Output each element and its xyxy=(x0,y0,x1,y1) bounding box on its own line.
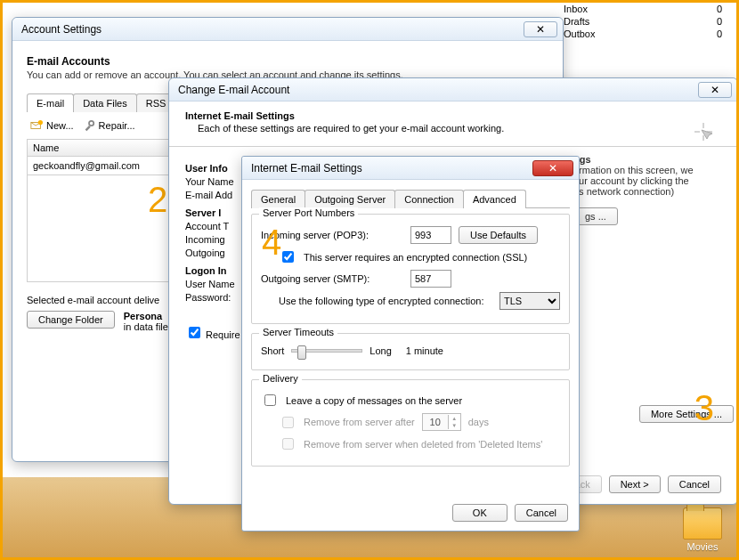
remove-after-checkbox xyxy=(282,417,294,428)
datafile-label: in data file xyxy=(124,321,168,332)
tab-email[interactable]: E-mail xyxy=(27,93,74,112)
inet-footer: OK Cancel xyxy=(452,504,568,522)
remove-after-days-input xyxy=(423,414,448,430)
timeout-long-label: Long xyxy=(370,345,391,356)
server-timeouts-fieldset: Server Timeouts Short Long 1 minute xyxy=(251,333,570,370)
incoming-port-input[interactable] xyxy=(410,226,451,244)
mail-folder-count: 0 xyxy=(717,4,722,14)
account-settings-titlebar[interactable]: Account Settings ✕ xyxy=(12,18,563,41)
change-folder-button[interactable]: Change Folder xyxy=(27,311,115,329)
timeout-value: 1 minute xyxy=(406,345,443,356)
test-settings-button[interactable]: gs ... xyxy=(573,207,618,225)
leave-copy-checkbox[interactable] xyxy=(264,394,276,406)
inet-titlebar[interactable]: Internet E-mail Settings ✕ xyxy=(242,157,579,180)
wrench-icon xyxy=(83,119,95,132)
incoming-port-label: Incoming server (POP3): xyxy=(261,230,403,240)
right-info-line: our account by clicking the xyxy=(573,175,734,186)
server-ports-fieldset: Server Port Numbers Incoming server (POP… xyxy=(251,214,570,324)
more-settings-button[interactable]: More Settings ... xyxy=(639,405,734,423)
timeout-slider[interactable] xyxy=(291,349,362,353)
mail-folder-row[interactable]: Drafts0 xyxy=(558,15,727,28)
inet-title: Internet E-mail Settings xyxy=(248,162,529,174)
change-email-title: Change E-mail Account xyxy=(175,84,694,96)
close-button[interactable]: ✕ xyxy=(524,21,557,37)
mail-folder-name: Outbox xyxy=(564,28,595,39)
repair-account-label: Repair... xyxy=(99,120,135,131)
new-account-button[interactable]: New... xyxy=(30,119,74,132)
test-account-info: ngs ormation on this screen, we our acco… xyxy=(573,154,734,225)
tab-outgoing-server[interactable]: Outgoing Server xyxy=(305,190,395,208)
right-info-line: ormation on this screen, we xyxy=(573,165,734,175)
banner-heading: Internet E-mail Settings xyxy=(185,110,721,121)
annotation-3: 3 xyxy=(694,388,714,428)
server-ports-legend: Server Port Numbers xyxy=(259,207,358,218)
ssl-label: This server requires an encrypted connec… xyxy=(304,252,527,263)
desktop-folder-label: Movies xyxy=(683,541,722,552)
internet-email-settings-dialog: Internet E-mail Settings ✕ General Outgo… xyxy=(241,156,580,532)
outgoing-port-label: Outgoing server (SMTP): xyxy=(261,273,403,284)
cursor-icon xyxy=(689,118,718,146)
tab-connection[interactable]: Connection xyxy=(394,190,464,208)
folder-icon xyxy=(683,507,722,540)
require-label: Require xyxy=(206,329,240,340)
mail-folder-count: 0 xyxy=(717,28,722,39)
annotation-4: 4 xyxy=(262,223,281,263)
change-email-banner: Internet E-mail Settings Each of these s… xyxy=(169,101,737,147)
leave-copy-label: Leave a copy of messages on the server xyxy=(286,395,462,406)
email-accounts-heading: E-mail Accounts xyxy=(27,55,548,68)
timeout-short-label: Short xyxy=(261,345,284,356)
banner-sub: Each of these settings are required to g… xyxy=(185,123,721,134)
personal-label: Persona xyxy=(124,311,168,321)
remove-after-label: Remove from server after xyxy=(304,417,415,427)
account-settings-title: Account Settings xyxy=(18,23,520,36)
remove-deleted-label: Remove from server when deleted from 'De… xyxy=(304,439,542,450)
remove-deleted-checkbox xyxy=(282,438,294,450)
tab-advanced[interactable]: Advanced xyxy=(463,190,526,208)
right-info-line: es network connection) xyxy=(573,186,734,197)
require-checkbox[interactable] xyxy=(189,327,200,338)
ok-button[interactable]: OK xyxy=(452,504,508,522)
close-button[interactable]: ✕ xyxy=(532,160,573,176)
svg-point-2 xyxy=(89,121,93,126)
close-button[interactable]: ✕ xyxy=(698,82,732,98)
inet-tabs: General Outgoing Server Connection Advan… xyxy=(251,189,570,208)
encryption-select[interactable]: TLS xyxy=(499,292,560,310)
right-info-heading: ngs xyxy=(573,154,734,165)
desktop-folder[interactable]: Movies xyxy=(683,507,722,552)
annotation-2: 2 xyxy=(148,180,167,220)
ssl-checkbox[interactable] xyxy=(282,251,294,263)
change-email-titlebar[interactable]: Change E-mail Account ✕ xyxy=(169,78,737,101)
tab-general[interactable]: General xyxy=(251,190,305,208)
outgoing-port-input[interactable] xyxy=(410,270,451,288)
cancel-button[interactable]: Cancel xyxy=(515,504,568,522)
mail-new-icon xyxy=(30,119,43,132)
server-timeouts-legend: Server Timeouts xyxy=(259,327,337,337)
repair-account-button[interactable]: Repair... xyxy=(83,119,135,132)
next-button[interactable]: Next > xyxy=(609,475,661,493)
mail-folder-row[interactable]: Inbox0 xyxy=(558,3,727,15)
tab-datafiles[interactable]: Data Files xyxy=(73,93,137,112)
encryption-label: Use the following type of encrypted conn… xyxy=(279,296,492,306)
new-account-label: New... xyxy=(46,120,74,131)
delivery-legend: Delivery xyxy=(259,373,302,384)
mail-folder-list: Inbox0 Drafts0 Outbox0 xyxy=(558,3,727,40)
mail-folder-row[interactable]: Outbox0 xyxy=(558,28,727,40)
remove-after-days-suffix: days xyxy=(468,417,489,427)
mail-folder-count: 0 xyxy=(717,16,722,27)
mail-folder-name: Drafts xyxy=(564,16,589,27)
use-defaults-button[interactable]: Use Defaults xyxy=(459,226,538,244)
svg-point-1 xyxy=(38,120,43,125)
cancel-button[interactable]: Cancel xyxy=(668,475,721,493)
delivery-fieldset: Delivery Leave a copy of messages on the… xyxy=(251,379,570,467)
remove-after-days-spinner: ▲▼ xyxy=(422,413,461,431)
mail-folder-name: Inbox xyxy=(564,4,588,14)
